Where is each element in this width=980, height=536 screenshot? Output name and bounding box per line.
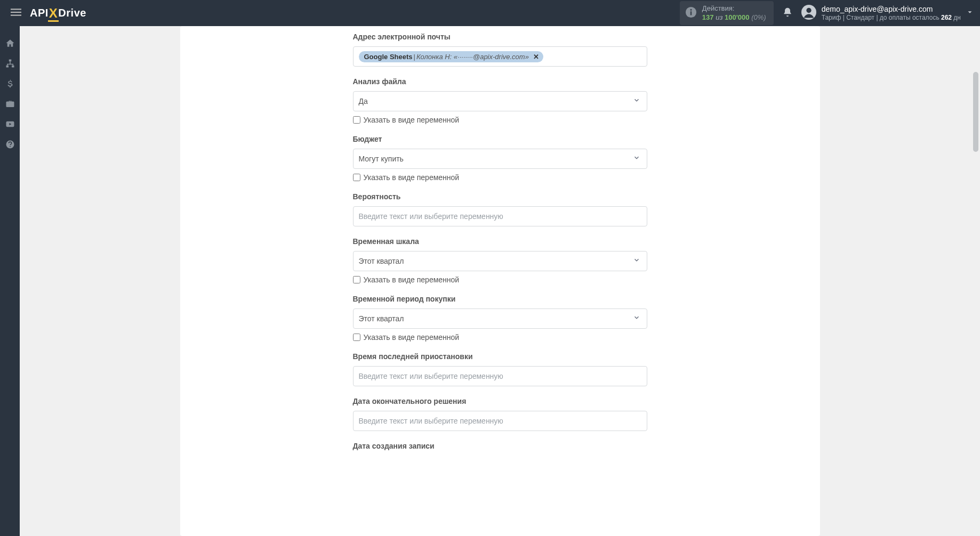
user-menu-button[interactable]: demo_apix-drive@apix-drive.com Тариф | С… [801, 4, 974, 22]
chevron-down-icon [633, 314, 640, 323]
actions-label: Действия: [702, 4, 766, 13]
info-icon [685, 6, 697, 20]
probability-placeholder: Введите текст или выберите переменную [359, 212, 503, 221]
email-tag: Google Sheets | Колонка H: «········@api… [359, 51, 543, 62]
field-label-timescale: Временная шкала [353, 237, 647, 246]
field-email: Адрес электронной почты Google Sheets | … [353, 33, 647, 67]
purchase-period-select[interactable]: Этот квартал [353, 308, 647, 329]
budget-variable-label[interactable]: Указать в виде переменной [364, 173, 460, 182]
user-tariff: Тариф | Стандарт | до оплаты осталось 26… [822, 14, 961, 22]
sidebar-item-billing[interactable] [0, 74, 20, 93]
field-probability: Вероятность Введите текст или выберите п… [353, 192, 647, 226]
bell-icon [782, 7, 793, 18]
help-icon [5, 140, 15, 149]
sidebar-item-video[interactable] [0, 115, 20, 134]
budget-variable-checkbox[interactable] [353, 174, 360, 181]
actions-of: из [716, 13, 722, 21]
timescale-variable-checkbox[interactable] [353, 276, 360, 283]
youtube-icon [5, 119, 15, 129]
field-label-final-decision-date: Дата окончательного решения [353, 397, 647, 405]
header-right: Действия: 137 из 100'000 (0%) demo_apix-… [680, 1, 974, 26]
field-label-record-created-date: Дата создания записи [353, 442, 647, 450]
notifications-button[interactable] [782, 7, 793, 20]
actions-total: 100'000 [725, 13, 749, 21]
briefcase-icon [5, 99, 15, 109]
actions-pct: (0%) [751, 13, 766, 21]
menu-toggle-button[interactable] [6, 3, 26, 24]
app-header: API X Drive Действия: 137 из 100'000 (0%… [0, 0, 980, 26]
logo-text-drive: Drive [58, 7, 86, 19]
sitemap-icon [5, 59, 15, 68]
user-info: demo_apix-drive@apix-drive.com Тариф | С… [822, 4, 961, 22]
field-label-email: Адрес электронной почты [353, 33, 647, 41]
form-card: Адрес электронной почты Google Sheets | … [180, 26, 820, 536]
file-analysis-value: Да [359, 97, 368, 105]
svg-rect-10 [12, 66, 14, 68]
field-record-created-date: Дата создания записи [353, 442, 647, 450]
chevron-down-icon [966, 9, 974, 18]
scrollbar-track[interactable] [971, 26, 980, 536]
probability-input[interactable]: Введите текст или выберите переменную [353, 206, 647, 226]
logo-text-x: X [49, 6, 58, 21]
app-logo[interactable]: API X Drive [30, 6, 86, 21]
home-icon [5, 38, 15, 48]
actions-text: Действия: 137 из 100'000 (0%) [702, 4, 766, 22]
sidebar-item-help[interactable] [0, 135, 20, 154]
logo-text-api: API [30, 7, 49, 19]
file-analysis-variable-label[interactable]: Указать в виде переменной [364, 116, 460, 124]
sidebar [0, 26, 20, 536]
purchase-period-variable-label[interactable]: Указать в виде переменной [364, 333, 460, 342]
budget-variable-row: Указать в виде переменной [353, 173, 647, 182]
field-label-last-pause: Время последней приостановки [353, 352, 647, 361]
svg-point-5 [690, 9, 692, 10]
field-last-pause: Время последней приостановки Введите тек… [353, 352, 647, 386]
budget-value: Могут купить [359, 155, 404, 163]
file-analysis-variable-row: Указать в виде переменной [353, 116, 647, 124]
field-timescale: Временная шкала Этот квартал Указать в в… [353, 237, 647, 284]
user-email: demo_apix-drive@apix-drive.com [822, 4, 961, 14]
last-pause-placeholder: Введите текст или выберите переменную [359, 372, 503, 380]
avatar-icon [801, 5, 816, 22]
svg-rect-4 [690, 11, 692, 15]
email-input[interactable]: Google Sheets | Колонка H: «········@api… [353, 46, 647, 67]
field-file-analysis: Анализ файла Да Указать в виде переменно… [353, 77, 647, 124]
timescale-variable-row: Указать в виде переменной [353, 275, 647, 284]
field-label-probability: Вероятность [353, 192, 647, 201]
sidebar-item-home[interactable] [0, 34, 20, 53]
svg-rect-9 [6, 66, 9, 68]
page: Адрес электронной почты Google Sheets | … [0, 0, 980, 536]
purchase-period-variable-checkbox[interactable] [353, 334, 360, 341]
chevron-down-icon [633, 256, 640, 266]
tag-column: Колонка H: «········@apix-drive.com» [416, 53, 529, 61]
sidebar-item-briefcase[interactable] [0, 94, 20, 113]
scrollbar-thumb[interactable] [973, 72, 978, 152]
file-analysis-variable-checkbox[interactable] [353, 116, 360, 124]
chevron-down-icon [633, 96, 640, 106]
actions-used: 137 [702, 13, 714, 21]
timescale-value: Этот квартал [359, 257, 404, 265]
field-label-budget: Бюджет [353, 135, 647, 143]
purchase-period-value: Этот квартал [359, 314, 404, 323]
svg-rect-1 [11, 11, 21, 12]
final-decision-date-placeholder: Введите текст или выберите переменную [359, 417, 503, 425]
svg-rect-2 [11, 14, 21, 15]
final-decision-date-input[interactable]: Введите текст или выберите переменную [353, 411, 647, 431]
file-analysis-select[interactable]: Да [353, 91, 647, 111]
field-label-purchase-period: Временной период покупки [353, 295, 647, 303]
field-purchase-period: Временной период покупки Этот квартал Ук… [353, 295, 647, 342]
tag-remove-button[interactable]: ✕ [533, 53, 539, 61]
chevron-down-icon [633, 154, 640, 164]
svg-rect-8 [9, 60, 11, 62]
svg-rect-0 [11, 9, 21, 10]
actions-counter[interactable]: Действия: 137 из 100'000 (0%) [680, 1, 774, 26]
field-final-decision-date: Дата окончательного решения Введите текс… [353, 397, 647, 431]
budget-select[interactable]: Могут купить [353, 149, 647, 169]
sidebar-item-connections[interactable] [0, 54, 20, 73]
timescale-select[interactable]: Этот квартал [353, 251, 647, 271]
field-budget: Бюджет Могут купить Указать в виде перем… [353, 135, 647, 182]
field-label-file-analysis: Анализ файла [353, 77, 647, 86]
purchase-period-variable-row: Указать в виде переменной [353, 333, 647, 342]
timescale-variable-label[interactable]: Указать в виде переменной [364, 275, 460, 284]
last-pause-input[interactable]: Введите текст или выберите переменную [353, 366, 647, 386]
svg-point-7 [806, 7, 811, 12]
